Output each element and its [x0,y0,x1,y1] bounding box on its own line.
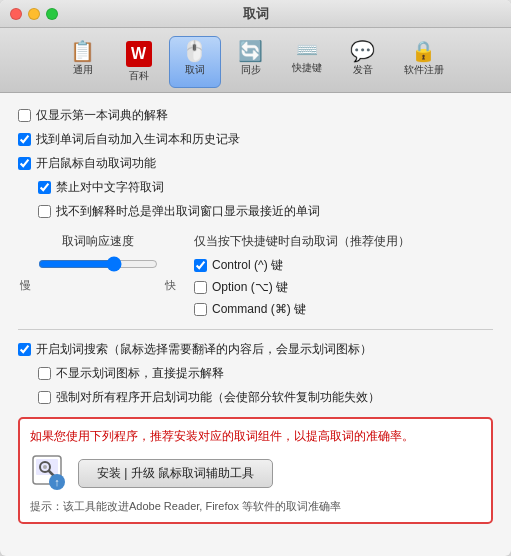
lookup-icon: 🖱️ [182,41,207,61]
speed-slider[interactable] [38,256,158,272]
toolbar-shortcut[interactable]: ⌨️ 快捷键 [281,36,333,88]
label-command: Command (⌘) 键 [212,301,306,318]
minimize-button[interactable] [28,8,40,20]
svg-text:↑: ↑ [54,476,60,488]
checkbox-only-first[interactable] [18,109,31,122]
speed-section: 取词响应速度 慢 快 [18,233,178,293]
maximize-button[interactable] [46,8,58,20]
toolbar-register[interactable]: 🔒 软件注册 [393,36,455,88]
checkbox-command[interactable] [194,303,207,316]
speed-title: 取词响应速度 [18,233,178,250]
install-row: ↑ 安装 | 升级 鼠标取词辅助工具 [30,453,481,493]
toolbar-sound[interactable]: 💬 发音 [337,36,389,88]
label-enable-lookup: 开启鼠标自动取词功能 [36,155,156,172]
toolbar-wiki[interactable]: W 百科 [113,36,165,88]
label-auto-add: 找到单词后自动加入生词本和历史记录 [36,131,240,148]
checkbox-option[interactable] [194,281,207,294]
titlebar: 取词 [0,0,511,28]
close-button[interactable] [10,8,22,20]
hotkey-option-row: Option (⌥) 键 [194,279,493,296]
row-enable-lookup: 开启鼠标自动取词功能 [18,155,493,172]
hotkey-control-row: Control (^) 键 [194,257,493,274]
hotkey-section: 仅当按下快捷键时自动取词（推荐使用） Control (^) 键 Option … [194,233,493,318]
checkbox-enable-lookup[interactable] [18,157,31,170]
highlight-box-text: 如果您使用下列程序，推荐安装对应的取词组件，以提高取词的准确率。 [30,427,481,445]
svg-point-4 [43,465,47,469]
hotkey-title: 仅当按下快捷键时自动取词（推荐使用） [194,233,493,250]
speed-fast-label: 快 [165,278,176,293]
row-auto-add: 找到单词后自动加入生词本和历史记录 [18,131,493,148]
toolbar-lookup-label: 取词 [185,63,205,77]
divider [18,329,493,330]
row-force-all: 强制对所有程序开启划词功能（会使部分软件复制功能失效） [38,389,493,406]
checkbox-control[interactable] [194,259,207,272]
checkbox-auto-add[interactable] [18,133,31,146]
install-button[interactable]: 安装 | 升级 鼠标取词辅助工具 [78,459,273,488]
toolbar-lookup[interactable]: 🖱️ 取词 [169,36,221,88]
row-only-first: 仅显示第一本词典的解释 [18,107,493,124]
row-disable-chinese: 禁止对中文字符取词 [38,179,493,196]
toolbar-register-label: 软件注册 [404,63,444,77]
checkbox-disable-chinese[interactable] [38,181,51,194]
label-disable-chinese: 禁止对中文字符取词 [56,179,164,196]
label-option: Option (⌥) 键 [212,279,288,296]
window: 取词 📋 通用 W 百科 🖱️ 取词 🔄 同步 ⌨️ 快捷键 💬 发音 🔒 [0,0,511,556]
toolbar-sound-label: 发音 [353,63,373,77]
label-show-nearest: 找不到解释时总是弹出取词窗口显示最接近的单词 [56,203,320,220]
middle-section: 取词响应速度 慢 快 仅当按下快捷键时自动取词（推荐使用） Control (^… [18,233,493,318]
checkbox-show-nearest[interactable] [38,205,51,218]
wiki-icon: W [126,41,152,67]
register-icon: 🔒 [411,41,436,61]
toolbar-sync[interactable]: 🔄 同步 [225,36,277,88]
toolbar-general-label: 通用 [73,63,93,77]
toolbar-shortcut-label: 快捷键 [292,61,322,75]
sync-icon: 🔄 [238,41,263,61]
hotkey-command-row: Command (⌘) 键 [194,301,493,318]
titlebar-buttons [10,8,58,20]
label-force-all: 强制对所有程序开启划词功能（会使部分软件复制功能失效） [56,389,380,406]
speed-slow-label: 慢 [20,278,31,293]
toolbar-wiki-label: 百科 [129,69,149,83]
highlight-box: 如果您使用下列程序，推荐安装对应的取词组件，以提高取词的准确率。 ↑ 安装 | … [18,417,493,524]
window-title: 取词 [243,5,269,23]
toolbar-sync-label: 同步 [241,63,261,77]
row-show-nearest: 找不到解释时总是弹出取词窗口显示最接近的单词 [38,203,493,220]
row-draw-search: 开启划词搜索（鼠标选择需要翻译的内容后，会显示划词图标） [18,341,493,358]
shortcut-icon: ⌨️ [296,41,318,59]
install-search-icon: ↑ [30,453,70,493]
general-icon: 📋 [70,41,95,61]
toolbar: 📋 通用 W 百科 🖱️ 取词 🔄 同步 ⌨️ 快捷键 💬 发音 🔒 软件注册 [0,28,511,93]
content-area: 仅显示第一本词典的解释 找到单词后自动加入生词本和历史记录 开启鼠标自动取词功能… [0,93,511,556]
checkbox-no-icon[interactable] [38,367,51,380]
label-control: Control (^) 键 [212,257,283,274]
label-draw-search: 开启划词搜索（鼠标选择需要翻译的内容后，会显示划词图标） [36,341,372,358]
sound-icon: 💬 [350,41,375,61]
label-only-first: 仅显示第一本词典的解释 [36,107,168,124]
slider-labels: 慢 快 [18,278,178,293]
hint-text: 提示：该工具能改进Adobe Reader, Firefox 等软件的取词准确率 [30,499,481,514]
label-no-icon: 不显示划词图标，直接提示解释 [56,365,224,382]
checkbox-draw-search[interactable] [18,343,31,356]
toolbar-general[interactable]: 📋 通用 [57,36,109,88]
row-no-icon: 不显示划词图标，直接提示解释 [38,365,493,382]
checkbox-force-all[interactable] [38,391,51,404]
